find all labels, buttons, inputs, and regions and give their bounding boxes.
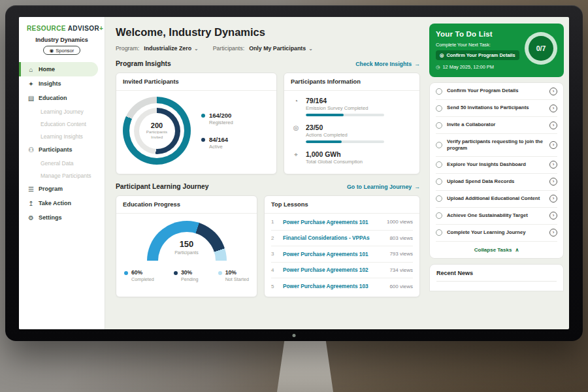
lesson-link[interactable]: Power Purchase Agreements 102 <box>283 267 384 273</box>
task-checkbox[interactable] <box>436 212 442 219</box>
sidebar-item-participants[interactable]: ⚇ Participants <box>19 142 105 157</box>
sidebar-item-general-data[interactable]: General Data <box>19 157 105 169</box>
chevron-right-icon[interactable]: › <box>549 122 557 129</box>
chevron-right-icon[interactable]: › <box>549 161 557 169</box>
task-row[interactable]: Explore Your Insights Dashboard › <box>436 157 557 174</box>
education-gauge: 150 Participants <box>138 218 236 265</box>
task-checkbox[interactable] <box>436 142 442 148</box>
participants-filter-dropdown[interactable]: Only My Participants ⌄ <box>249 45 313 52</box>
sidebar-item-learning-journey[interactable]: Learning Journey <box>19 105 105 118</box>
lesson-link[interactable]: Power Purchase Agreements 103 <box>283 283 384 289</box>
stat-progress-fill <box>306 114 344 116</box>
sidebar-item-education[interactable]: ▤ Education <box>19 91 105 105</box>
program-icon: ☰ <box>27 186 35 193</box>
task-row[interactable]: Achieve One Sustainability Target › <box>436 208 557 225</box>
learning-cards-row: Education Progress 150 Participants 60% <box>116 195 420 297</box>
legend-completed: 60% Completed <box>124 269 154 282</box>
task-row[interactable]: Complete Your Learning Journey › <box>436 225 557 242</box>
task-row[interactable]: Confirm Your Program Details › <box>436 83 557 100</box>
lessons-list: 1 Power Purchase Agreements 101 1000 vie… <box>265 214 419 295</box>
task-checkbox[interactable] <box>436 161 442 168</box>
chevron-down-icon: ⌄ <box>194 46 199 52</box>
task-row[interactable]: Upload Spend Data Records › <box>436 174 557 191</box>
task-checkbox[interactable] <box>436 88 442 95</box>
card-title: Top Lessons <box>265 196 419 214</box>
emission-survey-stat: ◔ 79/164 Emission Survey Completed <box>292 97 412 116</box>
donut-outer-ring: 200 Participants Invited <box>123 97 191 165</box>
legend-active: 84/164 Active <box>201 136 233 150</box>
invited-participants-card: Invited Participants 200 Participants In… <box>116 73 277 174</box>
sidebar-item-manage-participants[interactable]: Manage Participants <box>19 169 105 182</box>
section-title: Program Insights <box>116 60 171 67</box>
sidebar-item-program[interactable]: ☰ Program <box>19 182 105 196</box>
collapse-up-icon: ∧ <box>515 247 519 253</box>
participants-icon: ⚇ <box>27 146 35 154</box>
go-to-learning-journey-link[interactable]: Go to Learning Journey → <box>347 184 420 190</box>
lesson-link[interactable]: Financial Considerations - VPPAs <box>283 235 384 241</box>
task-row[interactable]: Invite a Collaborator › <box>436 117 557 134</box>
completed-dot <box>124 271 128 275</box>
gauge-total: 150 <box>138 239 236 249</box>
app-logo: RESOURCE ADVISOR+ <box>19 17 105 35</box>
program-filter-dropdown[interactable]: Industrialize Zero ⌄ <box>144 45 199 52</box>
task-checkbox[interactable] <box>436 105 442 112</box>
monitor-stand <box>277 337 333 392</box>
program-filter-label: Program: <box>116 45 139 52</box>
task-checkbox[interactable] <box>436 229 442 236</box>
sidebar-item-learning-insights[interactable]: Learning Insights <box>19 130 105 142</box>
check-more-insights-link[interactable]: Check More Insights → <box>355 61 420 67</box>
chevron-right-icon[interactable]: › <box>549 88 557 95</box>
lesson-link[interactable]: Power Purchase Agreements 101 <box>283 251 384 257</box>
sidebar-item-settings[interactable]: ⚙ Settings <box>19 210 105 225</box>
sponsor-label: Sponsor <box>56 48 74 54</box>
legend-registered: 164/200 Registered <box>201 112 233 125</box>
global-consumption-stat: ⌖ 1,000 GWh Total Global Consumption <box>292 150 412 165</box>
target-icon: ◎ <box>440 52 444 58</box>
sidebar-item-label: Home <box>39 66 55 73</box>
recent-news-card: Recent News <box>429 264 564 291</box>
page-title: Welcome, Industry Dynamics <box>116 26 420 39</box>
gauge-legend: 60% Completed 30% Pending 10% Not Starte… <box>116 265 257 282</box>
insights-cards-row: Invited Participants 200 Participants In… <box>116 73 420 174</box>
legend-pending: 30% Pending <box>174 269 198 282</box>
lesson-link[interactable]: Power Purchase Agreements 101 <box>283 219 382 225</box>
arrow-right-icon: → <box>414 61 420 67</box>
chevron-down-icon: ⌄ <box>308 46 313 52</box>
chevron-right-icon[interactable]: › <box>549 229 557 237</box>
sidebar-item-label: Education <box>39 95 67 101</box>
chevron-right-icon[interactable]: › <box>549 105 557 112</box>
not-started-dot <box>218 271 222 275</box>
chevron-right-icon[interactable]: › <box>549 178 557 186</box>
next-task-pill[interactable]: ◎ Confirm Your Program Details <box>436 50 519 60</box>
filter-bar: Program: Industrialize Zero ⌄ Participan… <box>116 45 420 52</box>
task-row[interactable]: Upload Additional Educational Content › <box>436 191 557 208</box>
sidebar-item-label: Program <box>39 186 63 192</box>
sidebar-item-take-action[interactable]: ↥ Take Action <box>19 196 105 210</box>
top-lessons-card: Top Lessons 1 Power Purchase Agreements … <box>264 195 420 297</box>
education-progress-card: Education Progress 150 Participants 60% <box>116 195 257 297</box>
task-checkbox[interactable] <box>436 195 442 202</box>
task-row[interactable]: Send 50 Invitations to Participants › <box>436 100 557 117</box>
chevron-right-icon[interactable]: › <box>549 195 557 203</box>
task-row[interactable]: Verify participants requesting to join t… <box>436 134 557 157</box>
home-icon: ⌂ <box>27 66 35 73</box>
chevron-right-icon[interactable]: › <box>549 212 557 220</box>
arrow-right-icon: → <box>414 184 420 190</box>
logo-resource: RESOURCE <box>27 25 66 32</box>
sponsor-badge: ◉ Sponsor <box>43 46 80 55</box>
sidebar-item-home[interactable]: ⌂ Home <box>19 62 98 76</box>
collapse-tasks-button[interactable]: Collapse Tasks ∧ <box>436 242 557 258</box>
sidebar-item-label: Participants <box>39 146 73 153</box>
gauge-icon: ◔ <box>292 97 300 116</box>
learning-journey-header: Participant Learning Journey Go to Learn… <box>116 183 420 190</box>
sidebar-item-education-content[interactable]: Education Content <box>19 118 105 130</box>
chevron-right-icon[interactable]: › <box>549 141 557 149</box>
task-checkbox[interactable] <box>436 178 442 185</box>
invited-total: 200 <box>151 122 163 129</box>
task-checkbox[interactable] <box>436 122 442 129</box>
program-insights-header: Program Insights Check More Insights → <box>116 60 420 67</box>
program-filter-value: Industrialize Zero <box>144 45 191 52</box>
donut-inner-ring: 200 Participants Invited <box>134 108 180 154</box>
sidebar-item-insights[interactable]: ✦ Insights <box>19 76 105 91</box>
monitor-bezel: RESOURCE ADVISOR+ Industry Dynamics ◉ Sp… <box>5 5 583 341</box>
